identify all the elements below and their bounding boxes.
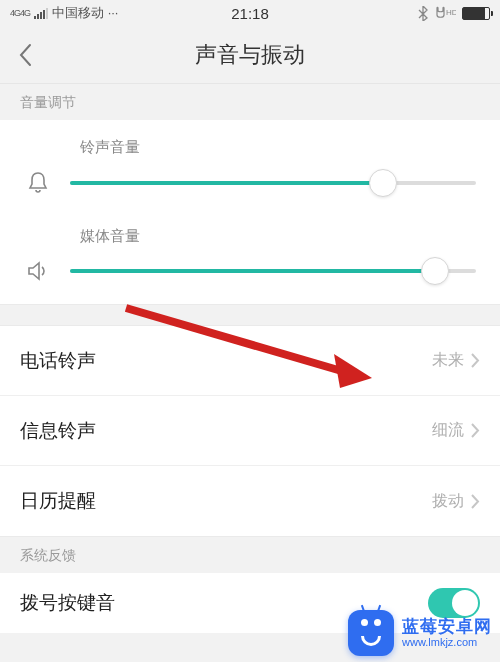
media-volume-block: 媒体音量 [0, 217, 500, 304]
section-header-feedback: 系统反馈 [0, 536, 500, 573]
chevron-left-icon [18, 43, 32, 67]
row-title: 日历提醒 [20, 488, 96, 514]
phone-hd-icon: HD [434, 6, 456, 21]
signal-icon [34, 8, 48, 19]
back-button[interactable] [0, 26, 50, 83]
row-value: 拨动 [432, 491, 464, 512]
chevron-right-icon [470, 493, 480, 510]
row-value: 细流 [432, 420, 464, 441]
nav-bar: 声音与振动 [0, 26, 500, 84]
watermark-logo-icon [348, 610, 394, 656]
row-message-ringtone[interactable]: 信息铃声 细流 [0, 396, 500, 466]
ringtone-volume-block: 铃声音量 [0, 120, 500, 217]
svg-rect-0 [34, 16, 36, 19]
watermark-url: www.lmkjz.com [402, 636, 492, 649]
status-time: 21:18 [231, 5, 269, 22]
ringtone-volume-slider[interactable] [70, 181, 476, 185]
ringtone-volume-label: 铃声音量 [80, 138, 476, 157]
status-bar: 4G4G 中国移动 ··· 21:18 HD [0, 0, 500, 26]
row-title: 信息铃声 [20, 418, 96, 444]
volume-panel: 铃声音量 媒体音量 [0, 120, 500, 304]
media-volume-slider[interactable] [70, 269, 476, 273]
bluetooth-icon [418, 6, 428, 21]
row-value: 未来 [432, 350, 464, 371]
status-right: HD [418, 6, 490, 21]
page-title: 声音与振动 [195, 40, 305, 70]
speaker-icon [24, 260, 52, 282]
row-title: 电话铃声 [20, 348, 96, 374]
svg-rect-1 [37, 14, 39, 19]
row-calendar-reminder[interactable]: 日历提醒 拨动 [0, 466, 500, 536]
watermark: 蓝莓安卓网 www.lmkjz.com [348, 610, 492, 656]
section-header-volume: 音量调节 [0, 84, 500, 120]
ringtone-panel: 电话铃声 未来 信息铃声 细流 日历提醒 拨动 [0, 326, 500, 536]
carrier-label: 中国移动 ··· [52, 4, 118, 22]
section-gap [0, 304, 500, 326]
row-phone-ringtone[interactable]: 电话铃声 未来 [0, 326, 500, 396]
row-title: 拨号按键音 [20, 590, 115, 616]
svg-rect-3 [43, 10, 45, 19]
svg-text:HD: HD [446, 8, 456, 17]
watermark-title: 蓝莓安卓网 [402, 617, 492, 637]
slider-thumb[interactable] [421, 257, 449, 285]
network-4g-icon: 4G4G [10, 9, 30, 17]
slider-thumb[interactable] [369, 169, 397, 197]
chevron-right-icon [470, 352, 480, 369]
battery-icon [462, 7, 490, 20]
chevron-right-icon [470, 422, 480, 439]
svg-rect-4 [46, 8, 48, 19]
svg-rect-2 [40, 12, 42, 19]
media-volume-label: 媒体音量 [80, 227, 476, 246]
status-left: 4G4G 中国移动 ··· [10, 4, 118, 22]
bell-icon [24, 171, 52, 195]
